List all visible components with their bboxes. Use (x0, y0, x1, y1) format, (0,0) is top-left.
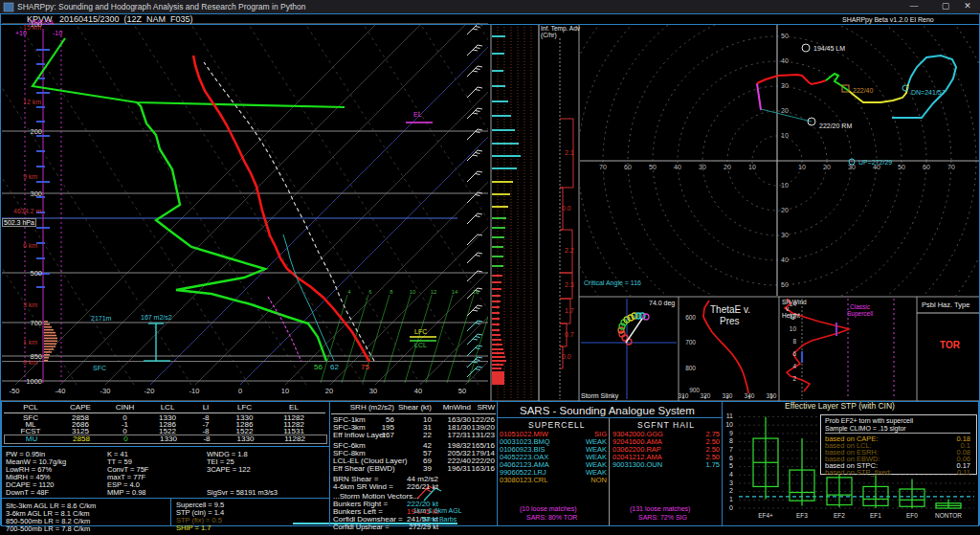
col-header: LI (189, 404, 223, 412)
parcel-row-mu-selected[interactable]: MU285801330-8133011282 (4, 435, 327, 444)
sars-match[interactable]: 03080123.CRLNON (500, 477, 607, 484)
grid-line (476, 48, 480, 49)
maximize-button[interactable]: ▢ (935, 1, 956, 11)
slinky-angle-label: 74.0 deg (649, 300, 675, 306)
grid-line (478, 213, 482, 214)
thermo-divider-2 (1, 498, 329, 499)
sars-title: SARS - Sounding Analogue System (520, 405, 695, 416)
grid-line (478, 66, 482, 67)
isotherm (15, 25, 375, 385)
col-header: MnWind (443, 404, 471, 412)
effective-layer-top-height: 2171m (91, 315, 111, 322)
mnwind-value: 172/31 (448, 432, 471, 439)
lcl-label: LCL (414, 342, 427, 348)
grid-line (467, 213, 478, 224)
left-mover-marker[interactable] (802, 44, 810, 52)
sharppy-window: { "titlebar": { "title": "SHARPpy: Sound… (0, 0, 980, 535)
grid-line (478, 234, 482, 235)
row-label: Corfidi Upshear = (333, 524, 390, 531)
corfidi-up-row: Corfidi Upshear =272/29 kt (331, 524, 496, 530)
dry-adiabat (0, 25, 191, 385)
legend-title-1: Prob EF2+ torn with supercell (825, 417, 913, 424)
col-header: SRW (477, 404, 495, 412)
grid-line (467, 192, 478, 203)
stp-legend: Prob EF2+ torn with supercell Sample CLI… (820, 414, 977, 475)
hodograph-plot[interactable] (553, 0, 980, 401)
hazard-value: TOR (940, 342, 960, 349)
col-header: PCL (4, 404, 57, 412)
srh-value: 167 (382, 432, 394, 439)
legend-value: 0.11 (957, 469, 970, 477)
effective-srh-label: 167 m2/s2 (141, 314, 172, 321)
isotherm (510, 25, 870, 385)
isotherm-minus20c (150, 25, 510, 385)
sars-hail-header: SGFNT HAIL (637, 421, 695, 429)
grid-line (478, 150, 482, 151)
moist-adiabat (405, 295, 432, 383)
dry-adiabat (77, 25, 306, 385)
minimize-button[interactable]: — (903, 1, 924, 11)
match-category: NON (590, 477, 607, 484)
isotherm (60, 25, 420, 385)
col-header: LCL (146, 404, 189, 412)
skewt-plot[interactable] (0, 24, 880, 401)
match-size: 1.75 (705, 461, 720, 469)
sars-hail-footer-2: SARS: 72% SIG (638, 514, 687, 521)
corfidi-up-marker-label: UP=272/29 (858, 159, 892, 166)
isotherm (330, 25, 690, 385)
parcel-cell: 11282 (267, 435, 323, 443)
isotherm (375, 25, 735, 385)
left-mover-label: 194/45 LM (813, 45, 845, 52)
isotherm (420, 25, 780, 385)
sars-supercell-footer-1: (10 loose matches) (520, 505, 577, 512)
cursor-pressure-readout: 502.3 hPa (2, 218, 36, 227)
grid-line (467, 253, 478, 263)
hodo-trace-9-12km (892, 56, 956, 118)
wind-barb (467, 87, 482, 98)
col-header: CAPE (57, 404, 103, 412)
moist-adiabat (447, 295, 474, 383)
corfidi-up-value: 272/29 kt (409, 524, 438, 531)
parcel-cell: 0 (104, 435, 147, 443)
sfc-label: SFC (93, 365, 106, 371)
thetae-title-1: ThetaE v. (710, 306, 750, 314)
grid-line (476, 369, 480, 370)
surface-wetbulb-value: 62 (330, 364, 339, 371)
parcel-table-header: PCL CAPE CINH LCL LI LFC EL (4, 404, 325, 413)
grid-line (476, 308, 480, 309)
grid-line (478, 108, 482, 109)
grid-line (467, 288, 478, 299)
grid-line (476, 360, 480, 361)
grid-line (476, 111, 480, 112)
legend-row: based on STP_fixed:0.11 (825, 469, 972, 477)
dry-adiabat (19, 25, 249, 385)
grid-line (476, 216, 480, 217)
row-label: Eff Shear (EBWD) (333, 465, 395, 473)
grid-line (467, 171, 478, 182)
wind-barb (467, 357, 482, 368)
sars-match[interactable]: 90031300.OUN1.75 (612, 461, 720, 469)
grid-line (478, 367, 482, 368)
version-label: SHARPpy Beta v1.2.0 El Reno (842, 16, 934, 23)
hodo-ring (553, 0, 980, 385)
sr-wind-value: 226/21 kt (407, 483, 438, 491)
sars-hail-footer-1: (131 loose matches) (630, 505, 690, 512)
wind-barb (467, 192, 482, 203)
col-header: EL (266, 404, 322, 412)
dry-adiabat (593, 25, 823, 385)
grid-line (473, 362, 478, 363)
grid-line (478, 171, 482, 172)
omega-minus-label: -10 (53, 30, 62, 36)
grid-line (478, 288, 482, 289)
wind-barb (467, 253, 482, 263)
grid-line (473, 50, 478, 51)
legend-title-2: Sample CLIMO = .15 sigtor (825, 425, 970, 434)
grid-line (478, 271, 482, 272)
grid-line (478, 129, 482, 130)
grid-line (478, 45, 482, 46)
hodo-trace-0-3km (757, 75, 826, 84)
sars-supercell-header: SUPERCELL (528, 421, 586, 429)
close-button[interactable]: ✕ (957, 1, 978, 11)
col-header: CINH (103, 404, 146, 412)
row-label: 4-6km SR Wind = (333, 483, 393, 491)
